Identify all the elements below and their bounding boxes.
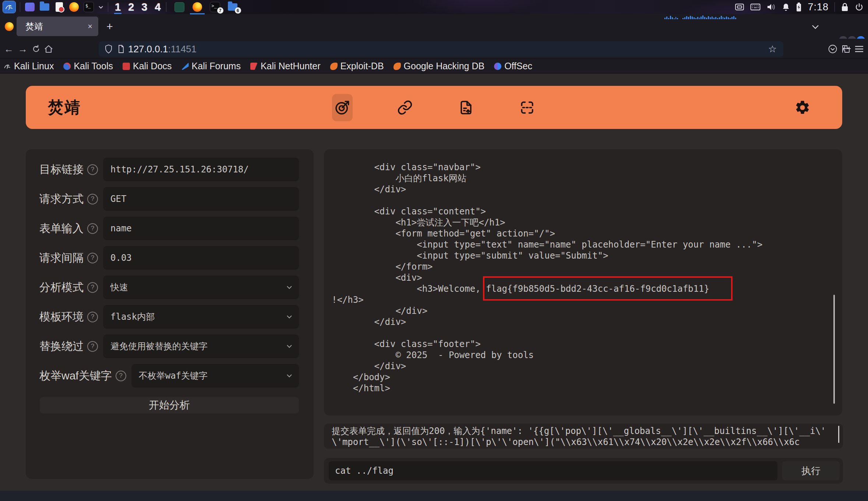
input-请求方式[interactable]: GET [103, 187, 299, 211]
folder-launcher[interactable] [39, 2, 50, 12]
start-analysis-button[interactable]: 开始分析 [40, 397, 299, 413]
keyboard-icon[interactable] [750, 3, 761, 11]
bookmark-item[interactable]: Kali Tools [63, 61, 113, 71]
volume-icon[interactable] [766, 3, 776, 11]
flag-text: flag{f9b850d5-bdd2-43cc-af16-f9cd0c1afb1… [486, 284, 709, 294]
field-label: 枚举waf关键字 [39, 368, 112, 383]
help-icon[interactable]: ? [87, 223, 98, 234]
notifications-bell-icon[interactable] [782, 3, 790, 11]
form-row: 请求方式 ? GET [39, 187, 299, 211]
power-icon[interactable] [855, 3, 864, 11]
exploitdb-favicon [330, 63, 338, 70]
select-替换绕过[interactable]: 避免使用被替换的关键字 [103, 334, 299, 358]
interactive-shell-tab[interactable] [396, 99, 414, 116]
header-nav-icons [332, 94, 536, 121]
tab-title: 焚靖 [25, 21, 43, 32]
help-icon[interactable]: ? [87, 164, 98, 175]
input-请求间隔[interactable]: 0.03 [103, 246, 299, 270]
settings-button[interactable] [794, 99, 811, 116]
bookmark-item[interactable]: OffSec [494, 61, 532, 71]
window-firefox-active[interactable] [192, 2, 202, 12]
network-icon[interactable] [735, 3, 744, 11]
field-label: 模板环境 [39, 309, 84, 325]
lock-icon[interactable] [841, 2, 849, 12]
select-模板环境[interactable]: flask内部 [103, 305, 299, 329]
status-log-box: 提交表单完成，返回值为200，输入为{'name': '{{g[\'pop\']… [324, 424, 843, 449]
field-value: 不枚举waf关键字 [139, 370, 208, 382]
help-icon[interactable]: ? [116, 371, 126, 381]
command-value: cat ../flag [335, 466, 394, 476]
help-icon[interactable]: ? [87, 253, 98, 263]
battery-icon[interactable] [796, 2, 802, 12]
select-枚举waf关键字[interactable]: 不枚举waf关键字 [131, 364, 299, 388]
reload-button[interactable] [29, 42, 43, 56]
select-分析模式[interactable]: 快速 [103, 276, 299, 299]
gear-icon [794, 99, 811, 116]
file-export-icon [458, 99, 474, 116]
chevron-down-icon [286, 374, 292, 378]
tab-close-button[interactable]: × [88, 22, 92, 31]
attack-target-tab[interactable] [332, 94, 353, 121]
help-icon[interactable]: ? [87, 282, 98, 293]
workspace-2[interactable]: 2 [127, 1, 135, 13]
workspace-3[interactable]: 3 [141, 1, 148, 13]
input-目标链接[interactable]: http://27.25.151.26:30718/ [103, 158, 299, 181]
response-code-panel: <div class="navbar"> 小白的flask网站 </div> <… [324, 149, 842, 416]
workspace-4[interactable]: 4 [154, 1, 161, 13]
submit-file-tab[interactable] [457, 99, 475, 116]
forward-button[interactable]: → [16, 42, 29, 56]
help-icon[interactable]: ? [87, 312, 98, 322]
kali-menu-button[interactable] [3, 1, 15, 13]
chevron-down-icon[interactable] [98, 5, 103, 9]
bookmark-star-icon[interactable]: ☆ [768, 43, 777, 55]
pocket-icon[interactable] [826, 42, 839, 56]
attack-config-panel: 目标链接 ? http://27.25.151.26:30718/ 请求方式 ?… [26, 149, 314, 479]
page-info-icon[interactable] [118, 45, 124, 53]
field-value: http://27.25.151.26:30718/ [110, 164, 249, 175]
back-button[interactable]: ← [2, 42, 15, 56]
bookmark-item[interactable]: Exploit-DB [330, 61, 384, 71]
code-scrollbar[interactable] [833, 295, 835, 404]
clock[interactable]: 7:18 [808, 1, 829, 13]
bookmark-item[interactable]: Kali Forums [181, 61, 241, 71]
command-input[interactable]: cat ../flag [329, 461, 777, 480]
status-scrollbar[interactable] [838, 426, 839, 443]
list-tabs-button[interactable] [809, 21, 822, 33]
bookmark-item[interactable]: Google Hacking DB [394, 61, 485, 71]
bookmark-item[interactable]: Kali NetHunter [250, 61, 321, 71]
window-list: >_ 7 6 [174, 2, 238, 12]
divider [108, 2, 108, 12]
window-files-group[interactable]: 6 [227, 2, 238, 12]
home-button[interactable] [42, 42, 55, 56]
shield-icon[interactable] [105, 44, 113, 54]
desktop: $_ 1234 >_ 7 6 [0, 0, 868, 501]
divider [835, 2, 835, 12]
field-label: 替换绕过 [39, 339, 84, 354]
firefox-launcher[interactable] [69, 2, 79, 12]
field-label: 目标链接 [39, 162, 84, 177]
form-row: 表单输入 ? name [39, 217, 299, 240]
url-bar[interactable]: 127.0.0.1:11451 ☆ [99, 41, 783, 57]
help-icon[interactable]: ? [87, 341, 98, 352]
workspace-1[interactable]: 1 [114, 1, 121, 13]
field-label: 请求方式 [39, 192, 84, 207]
terminal-launcher[interactable]: $_ [84, 2, 94, 12]
window-terminal-group[interactable]: >_ 7 [210, 2, 220, 12]
new-tab-button[interactable]: + [102, 18, 118, 35]
forums-favicon [181, 63, 189, 70]
input-表单输入[interactable]: name [103, 217, 299, 240]
bookmarks-bar: Kali Linux Kali Tools Kali Docs Kali For… [0, 59, 868, 74]
menu-hamburger-icon[interactable] [853, 42, 866, 56]
file-manager-launcher[interactable] [25, 2, 35, 12]
execute-button[interactable]: 执行 [782, 461, 840, 480]
window-app[interactable] [174, 2, 185, 12]
app-header: 焚靖 [26, 86, 842, 129]
browser-tab-active[interactable]: 焚靖 × [17, 17, 98, 36]
chevron-down-icon [286, 344, 292, 348]
bookmark-item[interactable]: Kali Docs [123, 61, 172, 71]
extensions-puzzle-icon[interactable] [839, 42, 853, 56]
help-icon[interactable]: ? [87, 194, 98, 204]
text-editor-launcher[interactable] [54, 2, 64, 12]
scan-tab[interactable] [518, 99, 536, 116]
bookmark-item[interactable]: Kali Linux [4, 61, 54, 71]
